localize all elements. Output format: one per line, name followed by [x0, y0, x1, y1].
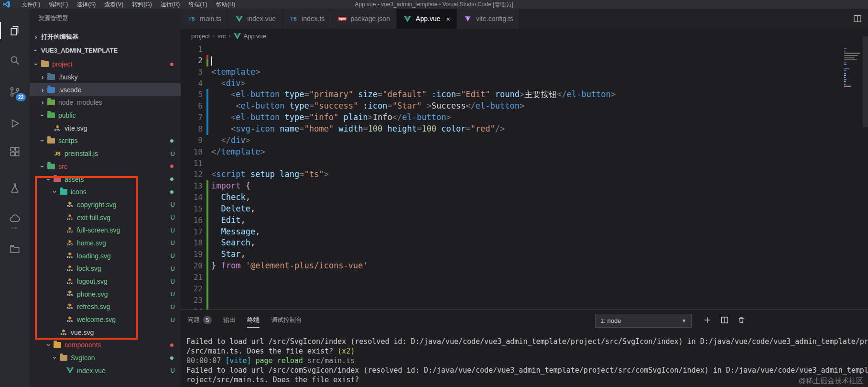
explorer-icon[interactable]: [0, 19, 30, 42]
svg-file-icon: ✱SVG: [65, 227, 75, 233]
breadcrumb-item-project[interactable]: project: [191, 33, 210, 40]
panel-tab-终端[interactable]: 终端: [247, 310, 260, 330]
line-number: 14: [181, 192, 203, 203]
svg-file-icon: ✱SVG: [65, 240, 75, 246]
tree-item-preinstall.js[interactable]: JSpreinstall.jsU: [30, 147, 181, 160]
panel-tab-输出[interactable]: 输出: [223, 310, 236, 330]
menu-终端[interactable]: 终端(T): [184, 0, 211, 9]
tree-item-vite.svg[interactable]: ✱SVGvite.svg: [30, 122, 181, 134]
tree-item-full-screen.svg[interactable]: ✱SVGfull-screen.svgU: [30, 224, 181, 237]
breadcrumb[interactable]: project›src›App.vue: [181, 29, 868, 43]
project-folders-icon[interactable]: [0, 237, 30, 260]
tab-index.ts[interactable]: TSindex.ts: [282, 9, 331, 29]
menu-转到[interactable]: 转到(G): [128, 0, 156, 9]
tree-item-icons[interactable]: ›icons: [30, 186, 181, 199]
tree-item-.husky[interactable]: ›.husky: [30, 71, 181, 84]
tree-item-loading.svg[interactable]: ✱SVGloading.svgU: [30, 249, 181, 262]
tree-item-public[interactable]: ›public: [30, 109, 181, 122]
menu-文件[interactable]: 文件(F): [17, 0, 44, 9]
vue-file-icon: [234, 16, 244, 22]
tree-item-node_modules[interactable]: ›node_modules: [30, 96, 181, 109]
tree-item-exit-full.svg[interactable]: ✱SVGexit-full.svgU: [30, 211, 181, 224]
menu-选择[interactable]: 选择(S): [72, 0, 100, 9]
tree-item-scritps[interactable]: ›scritps: [30, 134, 181, 147]
git-status-dot: [170, 165, 174, 168]
code-text: <el-button type="primary" size="default"…: [211, 89, 616, 100]
tree-item-.vscode[interactable]: ›.vscode: [30, 83, 181, 96]
split-terminal-icon[interactable]: [719, 314, 730, 326]
terminal-line: Failed to load url /src/SvgIcon/index (r…: [186, 337, 868, 346]
folder-icon: [53, 177, 62, 182]
tree-item-welcome.svg[interactable]: ✱SVGwelcome.svgU: [30, 313, 181, 326]
tree-item-home.svg[interactable]: ✱SVGhome.svgU: [30, 237, 181, 250]
code-line-6: 6 <el-button type="success" :icon="Star"…: [181, 100, 868, 112]
menu-bar: 文件(F)编辑(E)选择(S)查看(V)转到(G)运行(R)终端(T)帮助(H): [17, 0, 239, 9]
source-control-icon[interactable]: 22: [0, 80, 30, 103]
tree-item-label: logout.svg: [77, 277, 108, 285]
tree-item-assets[interactable]: ›assets: [30, 173, 181, 186]
new-terminal-icon[interactable]: [702, 314, 713, 326]
bottom-panel: 问题5输出终端调试控制台 1: node ▼ Failed to load ur…: [181, 310, 868, 387]
workspace-root-section[interactable]: › VUE3_ADMIN_TEMPLATE: [30, 44, 181, 56]
tree-item-vue.svg[interactable]: ✱SVGvue.svg: [30, 326, 181, 339]
tree-item-logout.svg[interactable]: ✱SVGlogout.svgU: [30, 275, 181, 288]
tab-package.json[interactable]: npmpackage.json: [331, 9, 397, 29]
terminal-select[interactable]: 1: node ▼: [595, 314, 692, 328]
vscode-logo-icon: [3, 0, 11, 8]
editor-scrollbar[interactable]: [863, 36, 868, 127]
run-debug-icon[interactable]: [0, 112, 30, 135]
tree-item-lock.svg[interactable]: ✱SVGlock.svgU: [30, 262, 181, 275]
split-editor-icon[interactable]: [853, 14, 862, 25]
code-line-8: 8 <svg-icon name="home" width=100 height…: [181, 123, 868, 135]
svg-file-icon: ✱SVG: [65, 214, 75, 221]
tree-item-components[interactable]: ›components: [30, 339, 181, 352]
svg-file-icon: ✱SVG: [65, 278, 75, 285]
minimap-line: [844, 86, 851, 87]
kill-terminal-icon[interactable]: [736, 314, 747, 326]
folder-icon: [59, 189, 68, 195]
tree-item-index.vue[interactable]: index.vueU: [30, 365, 181, 377]
tab-main.ts[interactable]: TSmain.ts: [181, 9, 228, 29]
tree-item-refresh.svg[interactable]: ✱SVGrefresh.svgU: [30, 300, 181, 313]
breadcrumb-item-src[interactable]: src: [217, 33, 226, 40]
tree-item-project[interactable]: ›project: [30, 58, 181, 71]
extensions-icon[interactable]: [0, 141, 30, 164]
tree-item-src[interactable]: ›src: [30, 160, 181, 173]
terminal-output[interactable]: Failed to load url /src/SvgIcon/index (r…: [186, 333, 868, 387]
search-icon[interactable]: [0, 49, 30, 72]
menu-帮助[interactable]: 帮助(H): [212, 0, 240, 9]
tab-index.vue[interactable]: index.vue: [228, 9, 282, 29]
tree-item-phone.svg[interactable]: ✱SVGphone.svgU: [30, 287, 181, 300]
svg-file-icon: ✱SVG: [65, 202, 75, 208]
vue-file-icon: [65, 367, 75, 374]
tab-vite.config.ts[interactable]: vite.config.ts: [457, 9, 520, 29]
svg-file-icon: ✱SVG: [65, 253, 75, 259]
git-untracked-badge: U: [171, 150, 175, 157]
code-line-2: 2: [181, 55, 868, 66]
code-text: </div>: [211, 135, 250, 146]
close-icon[interactable]: ×: [446, 15, 450, 22]
tab-App.vue[interactable]: App.vue×: [397, 9, 457, 29]
line-number: 21: [181, 272, 203, 283]
breadcrumb-item-App.vue[interactable]: App.vue: [243, 33, 266, 40]
minimap-line: [844, 81, 846, 82]
panel-tab-调试控制台[interactable]: 调试控制台: [271, 310, 302, 330]
minimap[interactable]: [844, 44, 861, 106]
chevron-right-icon: ›: [32, 33, 40, 41]
code-editor[interactable]: 123<template>4 <div>5 <el-button type="p…: [181, 43, 868, 310]
menu-编辑[interactable]: 编辑(E): [44, 0, 72, 9]
testing-icon[interactable]: [0, 177, 30, 200]
tree-item-SvgIcon[interactable]: ›SvgIcon: [30, 352, 181, 365]
minimap-line: [844, 62, 846, 63]
menu-运行[interactable]: 运行(R): [156, 0, 184, 9]
tree-item-copyright.svg[interactable]: ✱SVGcopyright.svgU: [30, 199, 181, 211]
gutter-change-bar: [206, 272, 208, 283]
panel-tab-问题[interactable]: 问题5: [187, 310, 212, 330]
chevron-down-icon: ›: [51, 188, 59, 196]
cloud-tool-icon[interactable]: COL: [0, 208, 30, 231]
cloud-tool-label: COL: [0, 227, 30, 230]
open-editors-section[interactable]: › 打开的编辑器: [30, 31, 181, 43]
tree-item-label: project: [52, 60, 72, 68]
menu-查看[interactable]: 查看(V): [100, 0, 128, 9]
npm-file-icon: npm: [337, 17, 347, 21]
